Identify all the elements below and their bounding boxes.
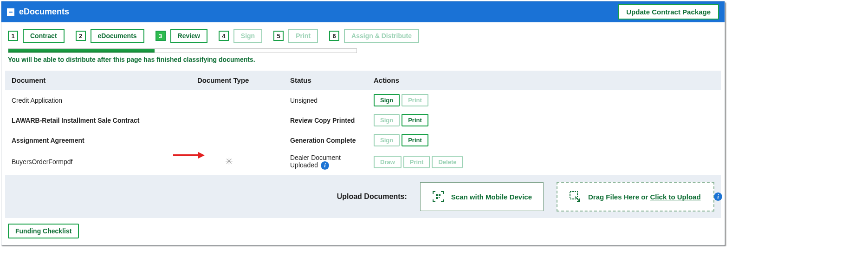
step-num: 5 [273, 31, 284, 41]
step-1[interactable]: 1Contract [8, 29, 65, 43]
drop-label: Drag Files Here or Click to Upload [588, 193, 701, 201]
doc-actions: DrawPrintDelete [367, 150, 721, 173]
doc-actions: SignPrint [367, 90, 721, 111]
loading-spinner-icon [225, 157, 234, 166]
collapse-icon[interactable] [7, 8, 14, 16]
documents-table: Document Document Type Status Actions Cr… [5, 71, 721, 173]
table-row: Credit ApplicationUnsignedSignPrint [5, 90, 721, 111]
doc-name: Credit Application [5, 90, 191, 111]
funding-checklist-button[interactable]: Funding Checklist [8, 224, 79, 238]
svg-rect-6 [439, 197, 440, 198]
delete-button[interactable]: Delete [432, 156, 463, 168]
step-label[interactable]: Contract [23, 29, 65, 43]
doc-actions: SignPrint [367, 130, 721, 150]
print-button[interactable]: Print [402, 114, 428, 126]
upload-label: Upload Documents: [337, 192, 407, 201]
step-num: 6 [329, 31, 339, 41]
scan-mobile-button[interactable]: Scan with Mobile Device [420, 182, 544, 211]
step-num: 4 [219, 31, 229, 41]
svg-rect-3 [436, 194, 438, 196]
progress-fill [8, 49, 155, 53]
svg-rect-4 [439, 194, 440, 196]
svg-rect-0 [9, 12, 13, 13]
col-doctype: Document Type [191, 71, 284, 90]
col-status: Status [284, 71, 367, 90]
sign-button[interactable]: Sign [374, 94, 400, 106]
panel-title: eDocuments [19, 7, 69, 17]
doc-status: Dealer Document Uploadedi [284, 150, 367, 173]
svg-marker-2 [198, 152, 205, 159]
col-document: Document [5, 71, 191, 90]
doc-status: Unsigned [284, 90, 367, 111]
wizard-steps: 1Contract2eDocuments3Review4Sign5Print6A… [1, 22, 725, 45]
table-row: Assignment AgreementGeneration CompleteS… [5, 130, 721, 150]
edocuments-panel: eDocuments Update Contract Package 1Cont… [1, 1, 725, 245]
step-4: 4Sign [219, 29, 262, 43]
step-2[interactable]: 2eDocuments [76, 29, 144, 43]
upload-strip: Upload Documents: Scan with Mobile Devic… [5, 175, 721, 218]
doc-name: LAWARB-Retail Installment Sale Contract [5, 110, 191, 130]
step-label: Sign [233, 29, 262, 43]
drop-icon [569, 190, 582, 203]
step-label[interactable]: eDocuments [91, 29, 144, 43]
table-row: LAWARB-Retail Installment Sale ContractR… [5, 110, 721, 130]
sign-button[interactable]: Sign [374, 114, 400, 126]
info-icon[interactable]: i [321, 161, 329, 170]
step-label[interactable]: Review [170, 29, 207, 43]
upload-info-icon[interactable]: i [714, 192, 722, 201]
panel-header: eDocuments Update Contract Package [1, 1, 725, 22]
step-label: Assign & Distribute [344, 29, 419, 43]
doc-name: BuyersOrderFormpdf [5, 150, 191, 173]
doc-type [191, 90, 284, 111]
step-3[interactable]: 3Review [155, 29, 207, 43]
draw-button[interactable]: Draw [374, 156, 402, 168]
update-contract-package-button[interactable]: Update Contract Package [618, 4, 719, 20]
doc-type [191, 130, 284, 150]
doc-status: Generation Complete [284, 130, 367, 150]
step-label: Print [288, 29, 318, 43]
table-row: BuyersOrderFormpdfDealer Document Upload… [5, 150, 721, 173]
doc-status: Review Copy Printed [284, 110, 367, 130]
step-num: 2 [76, 31, 86, 41]
doc-type [191, 150, 284, 173]
print-button[interactable]: Print [402, 134, 428, 146]
step-6: 6Assign & Distribute [329, 29, 419, 43]
step-num: 1 [8, 31, 18, 41]
panel-footer: Funding Checklist [1, 218, 725, 245]
print-button[interactable]: Print [402, 94, 428, 106]
step-num: 3 [155, 31, 166, 41]
col-actions: Actions [367, 71, 721, 90]
doc-actions: SignPrint [367, 110, 721, 130]
progress-note: You will be able to distribute after thi… [8, 56, 718, 63]
svg-rect-5 [436, 197, 438, 199]
doc-name: Assignment Agreement [5, 130, 191, 150]
file-dropzone[interactable]: Drag Files Here or Click to Upload [557, 182, 714, 212]
doc-type [191, 110, 284, 130]
sign-button[interactable]: Sign [374, 134, 400, 146]
qr-icon [432, 190, 445, 203]
scan-mobile-label: Scan with Mobile Device [451, 193, 532, 201]
progress-bar [8, 48, 357, 53]
print-button[interactable]: Print [403, 156, 430, 168]
step-5: 5Print [273, 29, 318, 43]
annotation-arrow-icon [172, 151, 206, 159]
